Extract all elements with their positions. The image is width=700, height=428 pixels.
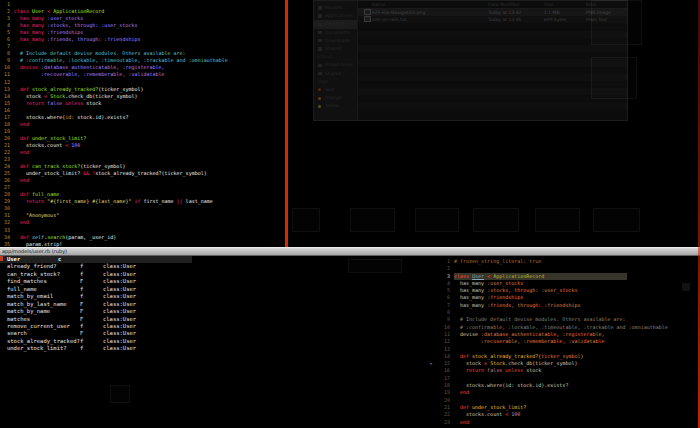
code-line: 24 def can_track_stock?(ticker_symbol) xyxy=(0,163,286,170)
line-number: 7 xyxy=(437,302,450,309)
tag-kind: c xyxy=(58,256,61,263)
code-line: 19 xyxy=(0,128,286,135)
ghost-desktop-icon xyxy=(591,57,637,99)
line-number: 11 xyxy=(437,331,450,338)
ghost-empty-row xyxy=(358,52,627,59)
line-number: 18 xyxy=(0,121,10,128)
folder-icon xyxy=(318,64,322,68)
tag-name: search xyxy=(7,330,27,337)
tag-kind: F xyxy=(80,308,83,315)
ghost-empty-row xyxy=(358,110,627,117)
code-line: 13 def stock_already_tracked?(ticker_sym… xyxy=(0,86,286,93)
tag-row[interactable]: match_by_emailfclass:User xyxy=(0,293,210,300)
line-number: 17 xyxy=(437,375,450,382)
code-line: 31 "Anonymous" xyxy=(0,212,286,219)
code-text: def under_stock_limit? xyxy=(454,404,526,410)
code-text: :recoverable, :rememberable, :validatabl… xyxy=(14,71,165,77)
code-line: 9 # :confirmable, :lockable, :timeoutabl… xyxy=(0,57,286,64)
code-line: 18 stocks.where(id: stock.id).exists? xyxy=(430,382,698,389)
gutter-sign-column xyxy=(430,287,437,294)
line-number: 7 xyxy=(0,43,10,50)
line-number: 14 xyxy=(0,93,10,100)
tag-row[interactable]: full_namefclass:User xyxy=(0,286,210,293)
tag-row[interactable]: match_by_nameFclass:User xyxy=(0,308,210,315)
line-number: 23 xyxy=(0,156,10,163)
tag-row-selected[interactable]: Userc xyxy=(0,256,192,263)
code-line: 10 devise :database_authenticatable, :re… xyxy=(0,64,286,71)
tag-scope: class:User xyxy=(103,316,136,323)
gutter-sign-column xyxy=(430,338,437,345)
line-number: 9 xyxy=(437,316,450,323)
gutter-sign-column xyxy=(430,258,437,265)
ghost-empty-row xyxy=(358,59,627,66)
tag-kind: f xyxy=(80,338,83,345)
vertical-split-divider[interactable] xyxy=(285,0,288,247)
line-number: 27 xyxy=(0,184,10,191)
tag-row[interactable]: remove_current_userfclass:User xyxy=(0,323,210,330)
tag-scope: class:User xyxy=(103,263,136,270)
line-number: 32 xyxy=(0,219,10,226)
code-text: stocks.where(id: stock.id).exists? xyxy=(14,114,128,120)
tag-kind: f xyxy=(80,263,83,270)
ghost-sidebar-item: Orange xyxy=(314,94,357,102)
line-number: 1 xyxy=(0,1,10,8)
tagbar-panel[interactable]: Usercalready_friend?fclass:Usercan_track… xyxy=(0,256,210,356)
tag-scope: class:User xyxy=(103,308,136,315)
ghost-finder-window[interactable]: RecentsApplicationsDesktopDocumentsDownl… xyxy=(313,0,628,121)
ghost-empty-row xyxy=(358,81,627,88)
tag-scope: class:User xyxy=(103,286,136,293)
code-line: 14 def stock_already_tracked?(ticker_sym… xyxy=(430,353,698,360)
code-text: return false unless stock xyxy=(454,367,541,373)
ghost-empty-row xyxy=(358,38,627,45)
ghost-empty-row xyxy=(358,102,627,109)
tag-row[interactable]: can_track_stock?fclass:User xyxy=(0,271,210,278)
folder-icon xyxy=(318,39,322,43)
gutter-sign-column xyxy=(430,367,437,374)
code-text: has_many :friendships xyxy=(14,29,83,35)
code-editor-top-left[interactable]: 12class User < ApplicationRecord3 has_ma… xyxy=(0,0,286,248)
tag-row[interactable]: already_friend?fclass:User xyxy=(0,263,210,270)
line-number: 21 xyxy=(0,142,10,149)
code-editor-bottom-right[interactable]: 1# frozen_string_literal: true 2 3class … xyxy=(430,258,698,428)
line-number: 29 xyxy=(0,198,10,205)
line-number: 11 xyxy=(0,71,10,78)
line-number: 14 xyxy=(437,353,450,360)
tag-scope: class:User xyxy=(103,323,136,330)
code-text: has_many :user_stocks xyxy=(454,280,523,286)
ghost-sidebar-item: iCloud Drive xyxy=(314,61,357,69)
column-header-date-modified: Date Modified xyxy=(488,1,519,8)
line-number: 6 xyxy=(0,36,10,43)
line-number: 13 xyxy=(0,86,10,93)
gutter-sign-column xyxy=(430,302,437,309)
line-number: 16 xyxy=(0,107,10,114)
code-line: 16 return false unless stock xyxy=(430,367,698,374)
gutter-sign-column xyxy=(430,265,437,272)
code-line: 6 has_many :friends, through: :friendshi… xyxy=(0,36,286,43)
ghost-file-cell: vim-on-rails.txt xyxy=(372,16,406,23)
tag-row[interactable]: find_matchesFclass:User xyxy=(0,278,210,285)
code-line: 28 def full_name xyxy=(0,191,286,198)
code-line: 12 xyxy=(0,79,286,86)
tag-row[interactable]: under_stock_limit?fclass:User xyxy=(0,345,210,352)
tag-row[interactable]: searchFclass:User xyxy=(0,330,210,337)
tag-kind: F xyxy=(80,278,83,285)
code-text: end xyxy=(14,121,29,127)
tag-name: remove_current_user xyxy=(7,323,70,330)
tag-row[interactable]: match_by_last_nameFclass:User xyxy=(0,301,210,308)
tag-row[interactable]: stock_already_tracked?fclass:User xyxy=(0,338,210,345)
code-text: stock = Stock.check_db(ticker_symbol) xyxy=(14,93,137,99)
tag-row[interactable]: matchesFclass:User xyxy=(0,316,210,323)
line-number: 1 xyxy=(437,258,450,265)
code-line: 1# frozen_string_literal: true xyxy=(430,258,698,265)
code-text: "Anonymous" xyxy=(14,212,59,218)
code-line: 8 # Include default devise modules. Othe… xyxy=(0,50,286,57)
ghost-file-cell: FZF-File-Navigation.png xyxy=(372,9,425,16)
line-number: 22 xyxy=(437,411,450,418)
folder-icon xyxy=(318,72,322,76)
line-number: 10 xyxy=(437,324,450,331)
ghost-sidebar-item: Red xyxy=(314,86,357,94)
tag-scope: class:User xyxy=(103,278,136,285)
code-line: 9 # Include default devise modules. Othe… xyxy=(430,316,698,323)
line-number: 15 xyxy=(437,360,450,367)
code-text: # :confirmable, :lockable, :timeoutable,… xyxy=(454,324,668,330)
